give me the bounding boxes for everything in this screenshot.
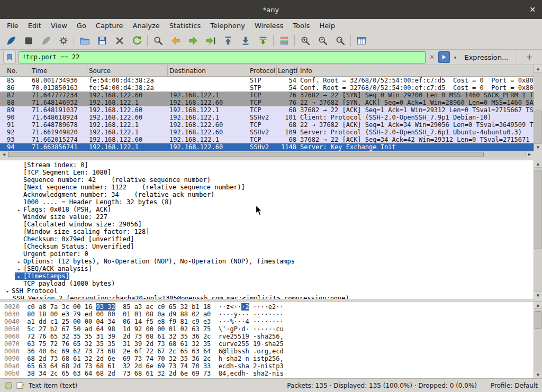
filter-apply-button[interactable] [438,51,450,63]
ascii-char[interactable]: s [268,362,272,370]
hex-byte[interactable]: 39 [134,340,142,348]
hex-byte[interactable]: 73 [123,370,130,377]
hex-byte[interactable]: 70 [157,355,165,362]
hex-byte[interactable]: 32 [169,355,176,362]
hex-byte[interactable]: c1 [50,318,58,325]
hex-byte[interactable]: 63 [27,340,34,348]
hex-byte[interactable]: 63 [73,370,80,377]
ascii-char[interactable]: P [234,325,238,333]
scroll-down-icon[interactable] [534,371,542,378]
hex-byte[interactable]: 67 [61,325,69,333]
hex-byte[interactable]: 2d [134,362,142,370]
zoom-in-button[interactable] [296,33,314,48]
hex-byte[interactable]: 65 [73,340,80,348]
stop-capture-button[interactable] [20,33,37,48]
detail-line[interactable]: Window size value: 227 [0,213,542,221]
hex-byte[interactable]: 85 [123,303,130,311]
ascii-char[interactable]: 6 [276,355,279,362]
hex-byte[interactable]: 7a [50,303,58,311]
go-forward-button[interactable] [184,33,202,48]
hex-byte[interactable]: b1 [192,303,199,311]
hex-byte[interactable]: f9 [169,318,176,325]
ascii-char[interactable]: 2 [268,355,272,362]
ascii-char[interactable]: v [230,340,234,348]
ascii-char[interactable]: , [226,370,230,377]
hex-byte[interactable]: 68 [134,370,142,377]
hex-byte[interactable]: 16 [85,303,92,311]
detail-line[interactable]: Acknowledgment number: 34 (relative ack … [0,191,542,198]
ascii-char[interactable]: 5 [234,333,238,340]
hex-byte[interactable]: 34 [107,318,115,325]
hex-byte[interactable]: 01 [169,325,176,333]
hex-byte[interactable]: 61 [146,370,153,377]
scroll-left-icon[interactable] [0,151,8,158]
hex-byte[interactable]: 63 [192,348,199,355]
packet-row-88[interactable]: 8871.648146932192.168.122.1192.168.122.6… [0,99,534,106]
hex-byte[interactable]: 2e [123,348,130,355]
column-header-dst[interactable]: Destination [168,65,248,76]
packet-list-vscrollbar[interactable] [534,65,542,151]
ascii-char[interactable]: · [260,325,264,333]
ascii-char[interactable]: g [265,348,268,355]
hex-byte[interactable]: 68 [169,340,176,348]
close-file-button[interactable] [111,33,128,48]
ascii-char[interactable]: · [268,318,272,325]
hex-byte[interactable]: 08 [146,311,153,318]
hex-byte[interactable]: 2d [39,355,46,362]
packet-row-93[interactable]: 9371.662015274192.168.122.60192.168.122.… [0,136,534,143]
hex-byte[interactable]: e3 [203,318,211,325]
hex-byte[interactable]: 06 [123,318,130,325]
hex-byte[interactable]: 64 [96,325,103,333]
ascii-char[interactable]: b [234,348,238,355]
ascii-char[interactable]: - [245,370,249,377]
hex-byte[interactable]: 32 [169,333,176,340]
ascii-char[interactable]: e [226,333,230,340]
hex-byte[interactable]: 32 [107,303,115,311]
hex-byte[interactable]: 6e [146,362,153,370]
hex-byte[interactable]: 69 [157,362,165,370]
hex-byte[interactable]: 70 [192,362,199,370]
hex-byte[interactable]: 00 [146,325,153,333]
hex-byte[interactable]: 76 [61,340,69,348]
hex-byte[interactable]: 35 [203,340,211,348]
expand-arrow-icon[interactable]: ▸ [15,273,23,280]
menu-telephony[interactable]: Telephony [205,20,250,31]
hex-byte[interactable]: 01 [134,311,142,318]
hex-byte[interactable]: 69 [123,355,130,362]
hex-byte[interactable]: 2d [169,370,176,377]
hex-byte[interactable]: 2c [169,348,176,355]
menu-file[interactable]: File [2,20,23,31]
ascii-char[interactable]: h [219,355,222,362]
ascii-char[interactable]: · [245,311,249,318]
ascii-char[interactable]: h [260,333,264,340]
ascii-char[interactable]: h [268,340,272,348]
scrollbar-thumb[interactable] [535,170,541,249]
hex-byte[interactable]: 00 [157,325,165,333]
ascii-char[interactable]: r [260,348,264,355]
packet-row-87[interactable]: 8771.647777234192.168.122.60192.168.122.… [0,92,534,99]
hex-byte[interactable]: 2c [203,333,211,340]
hex-byte[interactable]: 02 [180,325,188,333]
detail-line[interactable]: ▾SSH Protocol [0,287,542,295]
hex-byte[interactable]: 00 [107,311,115,318]
hex-byte[interactable]: 32 [180,303,188,311]
go-last-button[interactable] [237,33,254,48]
hex-byte[interactable]: c0 [157,303,165,311]
hex-byte[interactable]: c0 [27,303,34,311]
hex-byte[interactable]: 69 [192,370,199,377]
resize-columns-button[interactable] [353,33,370,48]
scroll-up-icon[interactable] [534,302,542,309]
hex-byte[interactable]: 14 [134,318,142,325]
collapse-arrow-icon[interactable]: ▾ [3,288,12,295]
ascii-char[interactable]: h [230,362,234,370]
hex-byte[interactable]: 69 [61,348,69,355]
hex-line[interactable]: 0050 5c 27 b2 67 50 ad 64 98 1d 92 00 00… [0,325,542,333]
start-capture-button[interactable] [2,33,20,48]
ascii-char[interactable]: d [226,362,230,370]
ascii-char[interactable]: e [268,303,272,311]
packet-row-85[interactable]: 8568.001734936fe:54:00:d4:38:2aSTP54Conf… [0,77,534,84]
hex-byte[interactable]: 27 [39,325,46,333]
ascii-char[interactable]: · [280,311,284,318]
hscroll-track[interactable] [8,151,525,158]
ascii-char[interactable]: r [226,340,230,348]
